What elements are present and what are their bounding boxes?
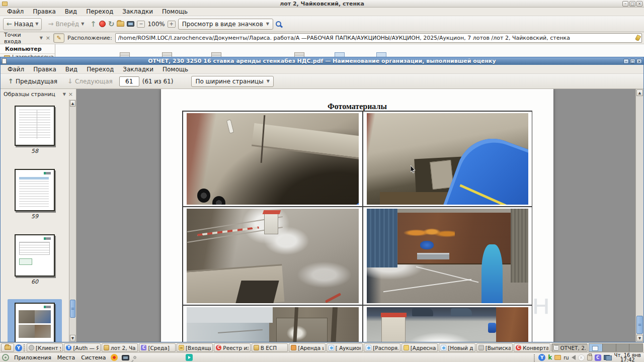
reload-icon[interactable]: ↻ — [108, 20, 115, 29]
next-page-button[interactable]: ↓ Следующая — [64, 75, 116, 87]
menu-bookmarks[interactable]: Закладки — [119, 65, 157, 73]
app-icon: C — [141, 345, 146, 350]
page-thumbnail-59[interactable] — [15, 169, 55, 211]
menu-go[interactable]: Переход — [82, 8, 117, 16]
menu-edit[interactable]: Правка — [29, 8, 60, 16]
scrollbar-thumb[interactable] — [70, 300, 75, 318]
task-button[interactable]: лот 2, Ча... — [102, 343, 138, 352]
page-thumbnail-61-selected[interactable]: 61 — [8, 299, 62, 342]
zoom-mode-select[interactable]: По ширине страницы ▼ — [191, 76, 273, 87]
yandex-browser-icon[interactable]: Y — [15, 344, 22, 351]
task-button[interactable]: [Клиент у... — [27, 343, 63, 352]
sidebar-close-icon[interactable]: × — [68, 91, 73, 98]
main-menu-icon[interactable] — [2, 354, 9, 361]
photo-detail — [218, 329, 263, 333]
page-thumbnail-61[interactable] — [15, 303, 55, 342]
view-mode-select[interactable]: Просмотр в виде значков ▼ — [178, 19, 273, 30]
photo-detail — [235, 281, 279, 303]
workspace-3[interactable] — [616, 344, 630, 351]
file-manager-title: лот 2, Чайковский, стенка — [0, 1, 644, 7]
mail-tray-icon[interactable] — [554, 355, 561, 360]
files-launcher-button[interactable] — [1, 343, 14, 352]
location-input[interactable] — [115, 33, 642, 43]
task-button[interactable]: [Входящи... — [177, 343, 213, 352]
c-app-tray-icon[interactable]: C — [595, 354, 601, 361]
scroll-down-icon[interactable]: ▼ — [70, 335, 75, 341]
pdf-page-view[interactable]: Фотоматериалы лан — [76, 89, 643, 342]
keyboard-layout-indicator[interactable]: ru — [564, 355, 569, 360]
menu-edit[interactable]: Правка — [29, 65, 60, 73]
scrollbar-thumb[interactable] — [636, 316, 643, 334]
app-launcher-icon[interactable] — [111, 354, 118, 361]
menu-places[interactable]: Места — [56, 354, 76, 361]
task-button[interactable]: CРеестр из... — [214, 343, 250, 352]
scroll-up-icon[interactable]: ▲ — [636, 89, 643, 96]
task-button[interactable]: CКонверта... — [514, 343, 550, 352]
up-icon[interactable]: ↑ — [90, 20, 97, 29]
stop-icon[interactable] — [99, 21, 106, 27]
sidebar-caret-icon[interactable]: ▼ — [63, 92, 66, 97]
previous-page-button[interactable]: ↑ Предыдущая — [5, 75, 61, 87]
menu-go[interactable]: Переход — [83, 65, 118, 73]
menu-system[interactable]: Система — [80, 354, 107, 361]
thumbnail-logo — [44, 172, 51, 174]
forward-button[interactable]: → Вперёд ▼ — [44, 18, 88, 30]
back-history-caret-icon[interactable]: ▼ — [35, 22, 38, 26]
scroll-down-icon[interactable]: ▼ — [636, 335, 643, 341]
menu-bookmarks[interactable]: Закладки — [118, 8, 157, 16]
computer-icon[interactable] — [127, 21, 134, 27]
home-folder-icon[interactable] — [117, 21, 124, 27]
task-button[interactable]: [Новый д... — [439, 343, 475, 352]
back-button[interactable]: ← Назад ▼ — [3, 18, 42, 30]
sidebar-scrollbar[interactable]: ▲ ▼ — [69, 100, 76, 342]
clock[interactable]: Чт, 16 янв 17:42 — [614, 353, 642, 362]
document-scrollbar[interactable]: ▲ ▼ — [635, 89, 643, 342]
places-header[interactable]: Точки входа ▼ × — [2, 32, 50, 45]
file-list-area[interactable] — [55, 44, 644, 57]
sidebar-header[interactable]: Образцы страниц — [4, 91, 60, 98]
task-button[interactable]: [Распоря... — [364, 343, 400, 352]
task-button[interactable]: Y[Auth — Я... — [64, 343, 100, 352]
clipboard-icon[interactable] — [587, 354, 592, 360]
task-button[interactable]: [Выписка... — [476, 343, 513, 352]
menu-file[interactable]: Файл — [3, 8, 28, 16]
task-button[interactable]: [Адресна... — [401, 343, 438, 352]
menu-applications[interactable]: Приложения — [13, 354, 52, 361]
zoom-out-icon[interactable]: − — [137, 21, 145, 28]
edit-location-toggle[interactable]: ✎ — [53, 33, 64, 43]
workspace-1[interactable] — [589, 344, 603, 351]
sidebar-tab-computer[interactable]: Компьютер — [0, 44, 55, 54]
tray-grip[interactable] — [533, 354, 536, 361]
messenger-icon[interactable] — [186, 354, 193, 361]
task-button[interactable]: C[Среда] — [139, 343, 175, 352]
menu-file[interactable]: Файл — [4, 65, 28, 73]
taskbar-grip[interactable] — [23, 344, 26, 351]
task-button[interactable]: [Аренда и... — [289, 343, 325, 352]
task-button-active[interactable]: ОТЧЕТ, 2... — [551, 343, 588, 352]
k-app-icon[interactable]: k — [548, 354, 552, 361]
page-number-input[interactable] — [119, 76, 139, 86]
task-button[interactable]: [ Аукцион... — [327, 343, 363, 352]
menu-help[interactable]: Помощь — [158, 65, 192, 73]
menu-view[interactable]: Вид — [61, 65, 82, 73]
key-icon[interactable] — [133, 355, 137, 359]
scroll-up-icon[interactable]: ▲ — [70, 100, 75, 107]
workspace-4[interactable] — [629, 344, 642, 351]
search-icon[interactable] — [276, 21, 281, 27]
workspace-2[interactable] — [603, 344, 616, 351]
pdf-titlebar[interactable]: ОТЧЕТ, 230 3250 16 ставка аренды стенкаб… — [1, 57, 643, 65]
places-close-icon[interactable]: × — [46, 35, 50, 41]
yandex-tray-icon[interactable]: Y — [538, 354, 545, 361]
task-button[interactable]: В ЕСП — [252, 343, 288, 352]
page-thumbnail-60[interactable] — [15, 234, 55, 277]
page-thumbnail-58[interactable] — [15, 106, 55, 146]
network-disabled-icon[interactable]: × — [578, 354, 585, 361]
menu-help[interactable]: Помощь — [158, 8, 192, 16]
volume-icon[interactable] — [572, 355, 576, 360]
zoom-in-icon[interactable]: + — [168, 21, 176, 28]
chevron-down-icon: ▼ — [267, 79, 270, 83]
file-manager-titlebar[interactable]: лот 2, Чайковский, стенка – □ × — [0, 0, 644, 8]
network-monitors-icon[interactable] — [604, 355, 612, 360]
screenshot-icon[interactable] — [122, 355, 129, 360]
menu-view[interactable]: Вид — [61, 8, 81, 16]
